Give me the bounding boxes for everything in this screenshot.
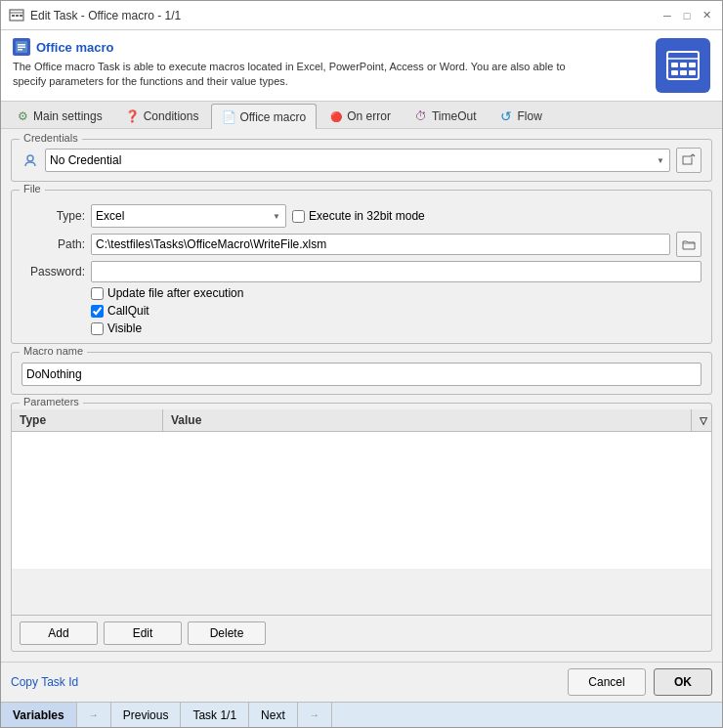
type-row: Excel ▼ Execute in 32bit mode bbox=[91, 204, 702, 228]
header-title-row: Office macro bbox=[13, 38, 656, 56]
title-bar: Edit Task - Office macro - 1/1 ─ □ ✕ bbox=[1, 1, 722, 30]
svg-rect-7 bbox=[18, 47, 25, 49]
add-button[interactable]: Add bbox=[20, 621, 98, 645]
ok-button[interactable]: OK bbox=[654, 668, 712, 696]
update-file-text: Update file after execution bbox=[107, 286, 243, 300]
path-browse-button[interactable] bbox=[676, 232, 702, 257]
table-body bbox=[12, 432, 711, 569]
tab-timeout[interactable]: TimeOut bbox=[404, 104, 488, 128]
execute-32bit-label[interactable]: Execute in 32bit mode bbox=[292, 209, 425, 223]
callquit-checkbox[interactable] bbox=[91, 305, 104, 318]
macro-name-section: Macro name bbox=[11, 352, 712, 395]
macro-icon bbox=[222, 110, 235, 124]
macro-name-legend: Macro name bbox=[20, 345, 87, 357]
status-task-position: Task 1/1 bbox=[181, 703, 249, 727]
tab-office-macro[interactable]: Office macro bbox=[211, 104, 317, 129]
tab-conditions-label: Conditions bbox=[144, 109, 199, 123]
close-button[interactable]: ✕ bbox=[699, 8, 714, 23]
credential-icon bbox=[21, 151, 39, 169]
params-buttons: Add Edit Delete bbox=[12, 615, 711, 651]
type-label: Type: bbox=[21, 209, 85, 223]
file-legend: File bbox=[20, 183, 45, 194]
svg-rect-11 bbox=[671, 63, 678, 67]
status-arrow-2: → bbox=[298, 703, 332, 727]
status-previous-label: Previous bbox=[123, 708, 169, 722]
svg-point-17 bbox=[27, 155, 33, 161]
tab-main-settings[interactable]: Main settings bbox=[5, 104, 113, 128]
timeout-icon bbox=[414, 109, 428, 123]
header-task-name: Office macro bbox=[36, 40, 113, 55]
path-label: Path: bbox=[21, 237, 85, 251]
svg-rect-4 bbox=[20, 15, 22, 17]
bottom-bar: Copy Task Id Cancel OK bbox=[1, 662, 722, 702]
file-grid: Type: Excel ▼ Execute in 32bit mode Path… bbox=[21, 204, 702, 282]
tab-on-error[interactable]: On error bbox=[319, 104, 402, 128]
maximize-button[interactable]: □ bbox=[679, 8, 695, 23]
tab-office-macro-label: Office macro bbox=[239, 110, 306, 124]
status-variables-label: Variables bbox=[13, 708, 64, 722]
svg-rect-2 bbox=[12, 15, 15, 17]
cancel-button[interactable]: Cancel bbox=[568, 668, 646, 696]
delete-button[interactable]: Delete bbox=[188, 621, 266, 645]
file-section: File Type: Excel ▼ Execute in 32bit mode bbox=[11, 190, 712, 344]
visible-checkbox[interactable] bbox=[91, 322, 104, 335]
onerror-icon bbox=[329, 109, 343, 123]
edit-button[interactable]: Edit bbox=[104, 621, 182, 645]
tab-flow[interactable]: Flow bbox=[489, 104, 552, 128]
table-header: Type Value ▽ bbox=[12, 409, 711, 432]
svg-rect-13 bbox=[689, 63, 696, 67]
content-area: Credentials No Credential ▼ bbox=[1, 129, 722, 662]
credential-select[interactable]: No Credential bbox=[45, 149, 670, 172]
path-row bbox=[91, 232, 702, 257]
tab-conditions[interactable]: Conditions bbox=[115, 104, 210, 128]
status-variables[interactable]: Variables bbox=[1, 703, 77, 727]
credentials-section: Credentials No Credential ▼ bbox=[11, 139, 712, 182]
flow-icon bbox=[499, 109, 513, 123]
tab-timeout-label: TimeOut bbox=[432, 109, 477, 123]
credentials-row: No Credential ▼ bbox=[21, 148, 702, 173]
header-description: The Office macro Task is able to execute… bbox=[13, 60, 579, 90]
svg-rect-16 bbox=[689, 70, 696, 75]
file-type-select[interactable]: Excel bbox=[91, 204, 286, 228]
tab-on-error-label: On error bbox=[347, 109, 391, 123]
parameters-legend: Parameters bbox=[20, 396, 83, 407]
update-file-label[interactable]: Update file after execution bbox=[91, 286, 702, 300]
status-previous[interactable]: Previous bbox=[111, 703, 182, 727]
password-label: Password: bbox=[21, 265, 85, 278]
svg-rect-15 bbox=[680, 70, 687, 75]
bottom-buttons: Cancel OK bbox=[568, 668, 712, 696]
svg-rect-14 bbox=[671, 70, 678, 75]
status-bar: Variables → Previous Task 1/1 Next → bbox=[1, 702, 722, 727]
callquit-label[interactable]: CallQuit bbox=[91, 304, 702, 318]
path-input[interactable] bbox=[91, 234, 670, 255]
window-controls: ─ □ ✕ bbox=[659, 8, 714, 23]
col-type: Type bbox=[12, 409, 163, 431]
status-arrow-1: → bbox=[77, 703, 111, 727]
col-value: Value bbox=[163, 409, 692, 431]
macro-name-input[interactable] bbox=[21, 363, 702, 386]
update-file-checkbox[interactable] bbox=[91, 287, 104, 300]
execute-32bit-checkbox[interactable] bbox=[292, 210, 305, 223]
execute-32bit-text: Execute in 32bit mode bbox=[309, 209, 425, 223]
visible-text: Visible bbox=[107, 321, 142, 335]
tab-flow-label: Flow bbox=[517, 109, 541, 123]
settings-icon bbox=[16, 109, 29, 123]
copy-task-id-link[interactable]: Copy Task Id bbox=[11, 675, 78, 689]
svg-rect-18 bbox=[683, 156, 692, 164]
minimize-button[interactable]: ─ bbox=[659, 8, 675, 23]
header-area: Office macro The Office macro Task is ab… bbox=[1, 30, 722, 102]
credentials-legend: Credentials bbox=[20, 132, 82, 144]
tab-main-settings-label: Main settings bbox=[33, 109, 103, 123]
password-input[interactable] bbox=[91, 261, 702, 282]
status-next[interactable]: Next bbox=[249, 703, 298, 727]
header-logo bbox=[656, 38, 710, 93]
folder-icon bbox=[682, 237, 696, 251]
arrow-icon-1: → bbox=[89, 709, 99, 720]
edit-credential-icon bbox=[682, 153, 696, 167]
header-task-icon bbox=[13, 38, 30, 56]
credential-edit-button[interactable] bbox=[676, 148, 702, 173]
svg-rect-6 bbox=[18, 44, 25, 46]
password-row bbox=[91, 261, 702, 282]
visible-label[interactable]: Visible bbox=[91, 321, 702, 335]
svg-rect-3 bbox=[16, 15, 19, 17]
